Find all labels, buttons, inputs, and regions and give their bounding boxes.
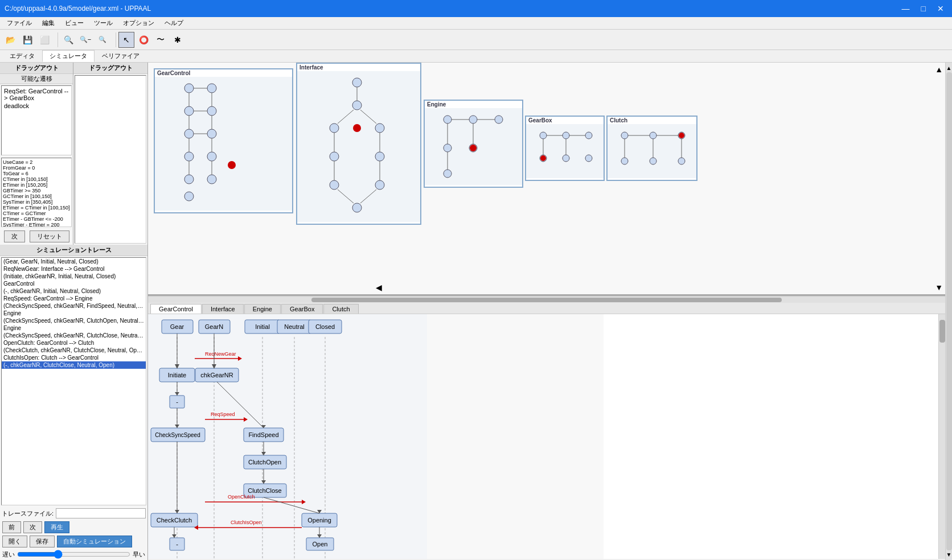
menu-options[interactable]: オプション <box>118 18 159 28</box>
possible-transitions-list[interactable]: ReqSet: GearControl --> GearBox deadlock <box>1 85 72 155</box>
menu-edit[interactable]: 編集 <box>38 18 59 28</box>
seq-tab-interface[interactable]: Interface <box>202 304 244 314</box>
trace-save-btn[interactable]: 保存 <box>30 536 55 547</box>
transition-item-0[interactable]: ReqSet: GearControl --> GearBox <box>3 87 70 102</box>
transition-item-1[interactable]: deadlock <box>3 102 70 110</box>
svg-point-23 <box>352 78 362 87</box>
toolbar: 📂 💾 ⬜ 🔍 🔍− 🔍 ↖ ⭕ 〜 ✱ <box>0 30 952 50</box>
sim-trace-header: シミュレーショントレース <box>0 245 147 256</box>
toolbar-sep1 <box>55 32 58 47</box>
svg-text:CheckSyncSpeed: CheckSyncSpeed <box>155 432 200 438</box>
svg-text:ClutchOpen: ClutchOpen <box>248 459 281 466</box>
menu-help[interactable]: ヘルプ <box>160 18 188 28</box>
svg-point-70 <box>678 158 685 164</box>
trace-1[interactable]: ReqNewGear: Interface --> GearControl <box>2 265 146 273</box>
toolbar-open[interactable]: 📂 <box>2 32 18 48</box>
trace-10[interactable]: (CheckSyncSpeed, chkGearNR, ClutchClose,… <box>2 332 146 339</box>
reset-button[interactable]: リセット <box>30 230 69 242</box>
vscroll-down-btn[interactable]: ▼ <box>946 551 952 558</box>
trace-5[interactable]: ReqSpeed: GearControl --> Engine <box>2 295 146 302</box>
trace-11[interactable]: OpenClutch: GearControl --> Clutch <box>2 339 146 347</box>
toolbar-draw-circle[interactable]: ⭕ <box>136 32 151 48</box>
seq-tab-engine[interactable]: Engine <box>244 304 281 314</box>
svg-text:-: - <box>176 541 178 547</box>
auto-sim-btn[interactable]: 自動シミュレーション <box>57 536 132 547</box>
sequence-content[interactable]: Gear GearN Initial Neutral Closed Initi <box>148 314 945 559</box>
sequence-vscroll[interactable] <box>938 314 945 559</box>
tab-simulator[interactable]: シミュレータ <box>42 50 95 62</box>
svg-point-1 <box>207 84 216 93</box>
svg-text:ClutchIsOpen: ClutchIsOpen <box>231 520 262 525</box>
tab-verifier[interactable]: ベリファイア <box>95 50 147 62</box>
svg-point-9 <box>207 175 216 184</box>
toolbar-new[interactable]: ⬜ <box>36 32 52 48</box>
menu-file[interactable]: ファイル <box>2 18 36 28</box>
trace-14[interactable]: (-, chkGearNR, ClutchClose, Neutral, Ope… <box>2 361 146 369</box>
close-button[interactable]: ✕ <box>934 3 947 14</box>
tab-editor[interactable]: エディタ <box>2 50 42 62</box>
svg-point-43 <box>469 116 477 123</box>
main-vscroll[interactable]: ▲ ▼ <box>945 63 952 560</box>
engine-title: Engine <box>425 101 522 108</box>
toolbar-zoom-in[interactable]: 🔍 <box>60 32 76 48</box>
sim-trace-list[interactable]: (Gear, GearN, Initial, Neutral, Closed) … <box>1 257 146 505</box>
scroll-left-btn[interactable]: ◀ <box>376 283 382 292</box>
trace-3[interactable]: GearControl <box>2 280 146 287</box>
toolbar-zoom-fit[interactable]: 🔍 <box>95 32 110 48</box>
seq-tab-gearbox[interactable]: GearBox <box>281 304 323 314</box>
svg-text:ReqNewGear: ReqNewGear <box>205 351 236 357</box>
toolbar-select[interactable]: ↖ <box>118 32 134 48</box>
trace-next-btn[interactable]: 次 <box>23 521 42 533</box>
toolbar-save[interactable]: 💾 <box>19 32 35 48</box>
toolbar-draw-star[interactable]: ✱ <box>170 32 186 48</box>
minimize-button[interactable]: — <box>898 3 913 14</box>
svg-point-5 <box>207 129 216 138</box>
svg-point-7 <box>207 152 216 161</box>
scroll-down-btn[interactable]: ▼ <box>935 283 943 292</box>
trace-8[interactable]: (CheckSyncSpeed, chkGearNR, ClutchOpen, … <box>2 317 146 324</box>
speed-slider[interactable] <box>17 550 130 559</box>
title-bar-controls[interactable]: — □ ✕ <box>898 3 947 14</box>
drag-out-left-content: UseCase = 2 FromGear = 0 ToGear = 6 CTim… <box>1 158 72 228</box>
trace-open-btn[interactable]: 開く <box>2 536 27 547</box>
speed-fast-label: 早い <box>133 550 145 559</box>
svg-point-56 <box>585 132 592 139</box>
drag-out-right-content <box>75 75 146 244</box>
vscroll-thumb[interactable] <box>946 72 952 550</box>
menu-view[interactable]: ビュー <box>60 18 88 28</box>
trace-7[interactable]: Engine <box>2 310 146 317</box>
svg-line-35 <box>360 110 376 123</box>
trace-13[interactable]: ClutchIsOpen: Clutch --> GearControl <box>2 354 146 361</box>
sequence-vscroll-thumb[interactable] <box>939 320 945 343</box>
trace-file-input[interactable] <box>56 508 146 518</box>
scroll-up-btn[interactable]: ▲ <box>935 65 943 74</box>
svg-point-66 <box>650 132 656 139</box>
svg-point-42 <box>444 116 452 123</box>
seq-tab-gearcontrol[interactable]: GearControl <box>150 304 202 314</box>
next-button[interactable]: 次 <box>4 230 25 242</box>
h-scrollbar-thumb[interactable] <box>311 298 782 302</box>
toolbar-zoom-out[interactable]: 🔍− <box>77 32 93 48</box>
trace-file-btn-row: 開く 保存 自動シミュレーション <box>0 534 147 549</box>
trace-4[interactable]: (-, chkGearNR, Initial, Neutral, Closed) <box>2 287 146 295</box>
maximize-button[interactable]: □ <box>918 3 929 14</box>
trace-2[interactable]: (Initiate, chkGearNR, Initial, Neutral, … <box>2 273 146 280</box>
trace-prev-btn[interactable]: 前 <box>2 521 21 533</box>
toolbar-draw-line[interactable]: 〜 <box>153 32 169 48</box>
drag-out-right-pane: ドラッグアウト <box>73 63 147 245</box>
trace-replay-btn[interactable]: 再生 <box>44 521 69 533</box>
gearcontrol-frame: GearControl <box>154 68 293 213</box>
trace-6[interactable]: (CheckSyncSpeed, chkGearNR, FindSpeed, N… <box>2 302 146 310</box>
trace-9[interactable]: Engine <box>2 324 146 332</box>
trace-12[interactable]: (CheckClutch, chkGearNR, ClutchClose, Ne… <box>2 347 146 354</box>
svg-text:ReqSpeed: ReqSpeed <box>211 411 235 417</box>
menu-tools[interactable]: ツール <box>89 18 117 28</box>
gearbox-title: GearBox <box>526 117 604 124</box>
seq-tab-clutch[interactable]: Clutch <box>323 304 358 314</box>
diagram-area[interactable]: GearControl <box>148 63 945 296</box>
diagram-scroll-x[interactable] <box>148 296 945 303</box>
vscroll-up-btn[interactable]: ▲ <box>946 65 952 71</box>
trace-0[interactable]: (Gear, GearN, Initial, Neutral, Closed) <box>2 258 146 265</box>
svg-point-45 <box>444 144 452 152</box>
svg-point-28 <box>375 152 384 161</box>
